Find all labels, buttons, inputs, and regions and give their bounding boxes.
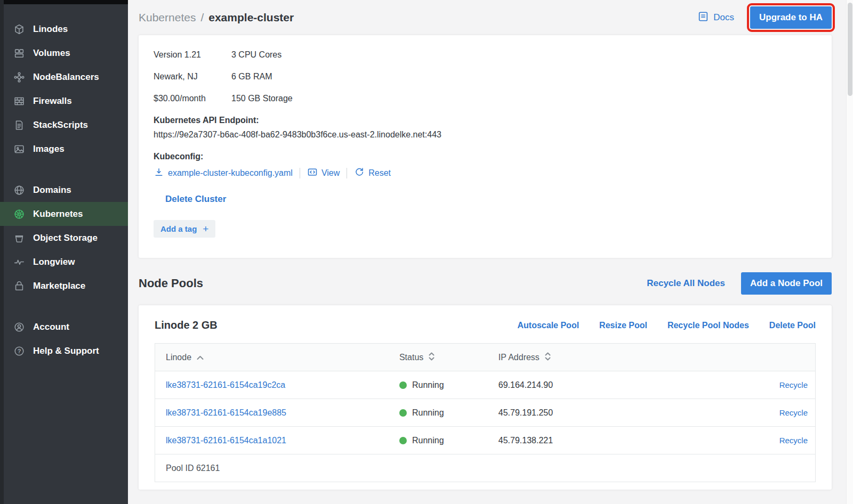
sidebar-item-label: Firewalls (33, 96, 72, 107)
column-header-status: Status (399, 353, 423, 362)
autoscale-pool-link[interactable]: Autoscale Pool (518, 321, 580, 330)
breadcrumb-kubernetes-link[interactable]: Kubernetes (139, 11, 196, 24)
node-link[interactable]: lke38731-62161-6154ca19c2ca (166, 380, 399, 390)
sort-by-ip[interactable]: IP Address (498, 352, 664, 363)
sidebar-item-domains[interactable]: Domains (0, 178, 128, 202)
status-cell: Running (399, 380, 498, 390)
stackscripts-icon (13, 119, 25, 131)
recycle-node-link[interactable]: Recycle (779, 408, 808, 417)
cluster-specs: Version 1.21 3 CPU Cores Newark, NJ 6 GB… (154, 50, 293, 103)
recycle-all-nodes-link[interactable]: Recycle All Nodes (647, 278, 725, 289)
node-row: lke38731-62161-6154ca19e885 Running 45.7… (155, 399, 816, 427)
longview-icon (13, 256, 25, 268)
status-dot-running (399, 409, 407, 417)
api-endpoint-label: Kubernetes API Endpoint: (154, 116, 817, 125)
delete-cluster-button[interactable]: Delete Cluster (165, 194, 226, 205)
cluster-region: Newark, NJ (154, 72, 231, 82)
kubeconfig-label: Kubeconfig: (154, 152, 817, 161)
sidebar-item-label: NodeBalancers (33, 72, 99, 83)
api-endpoint-url: https://9e2a7307-b6ac-408f-ba62-9483b0b3… (154, 130, 817, 140)
marketplace-icon (13, 280, 25, 292)
sidebar-item-label: Object Storage (33, 233, 98, 243)
reset-label: Reset (368, 168, 391, 178)
add-tag-button[interactable]: Add a tag + (154, 220, 215, 238)
header-actions: Docs Upgrade to HA (697, 6, 832, 29)
sidebar-item-marketplace[interactable]: Marketplace (0, 274, 128, 298)
docs-link[interactable]: Docs (697, 11, 734, 25)
sidebar-item-linodes[interactable]: Linodes (0, 17, 128, 41)
pool-footer-row: Pool ID 62161 (155, 454, 816, 482)
status-cell: Running (399, 408, 498, 418)
sidebar-item-stackscripts[interactable]: StackScripts (0, 113, 128, 137)
column-header-ip: IP Address (498, 353, 540, 362)
main-content: Kubernetes / example-cluster Docs Upgrad… (128, 0, 853, 504)
sidebar-item-volumes[interactable]: Volumes (0, 41, 128, 65)
sidebar-item-longview[interactable]: Longview (0, 250, 128, 274)
docs-label: Docs (713, 12, 734, 23)
breadcrumb-separator: / (200, 11, 204, 24)
docs-icon (697, 11, 709, 25)
status-dot-running (399, 437, 407, 444)
chevron-up-down-icon (428, 352, 435, 363)
node-ip: 45.79.191.250 (498, 399, 664, 427)
kubeconfig-block: Kubeconfig: example-cluster-kubeconfig.y… (154, 152, 817, 180)
pool-id: Pool ID 62161 (155, 454, 816, 482)
sidebar-item-firewalls[interactable]: Firewalls (0, 89, 128, 113)
node-pools-header: Node Pools Recycle All Nodes Add a Node … (139, 272, 832, 295)
view-label: View (321, 168, 340, 178)
add-node-pool-button[interactable]: Add a Node Pool (741, 272, 832, 295)
breadcrumb: Kubernetes / example-cluster (139, 11, 294, 24)
status-label: Running (412, 380, 444, 390)
node-pool-card: Linode 2 GB Autoscale Pool Resize Pool R… (139, 305, 832, 490)
reset-kubeconfig-link[interactable]: Reset (354, 167, 391, 180)
recycle-node-link[interactable]: Recycle (779, 436, 808, 445)
sidebar-item-help-support[interactable]: ? Help & Support (0, 339, 128, 363)
sidebar-item-nodebalancers[interactable]: NodeBalancers (0, 65, 128, 89)
cluster-version: Version 1.21 (154, 50, 231, 60)
node-link[interactable]: lke38731-62161-6154ca1a1021 (166, 436, 399, 445)
object-storage-icon (13, 232, 25, 244)
download-kubeconfig-link[interactable]: example-cluster-kubeconfig.yaml (154, 167, 293, 180)
sidebar-item-label: Images (33, 144, 65, 155)
help-icon: ? (13, 345, 25, 357)
tags-section: Add a tag + (154, 220, 817, 238)
sidebar: Linodes Volumes NodeBalancers Firewalls … (0, 0, 128, 504)
scrollbar-track[interactable] (846, 0, 853, 504)
domains-icon (13, 184, 25, 196)
chevron-up-down-icon (544, 352, 551, 363)
cluster-cpu: 3 CPU Cores (231, 50, 293, 60)
page-title-cluster-name: example-cluster (208, 11, 294, 24)
node-pools-title: Node Pools (139, 277, 203, 290)
resize-pool-link[interactable]: Resize Pool (599, 321, 647, 330)
node-link[interactable]: lke38731-62161-6154ca19e885 (166, 408, 399, 418)
sidebar-nav: Linodes Volumes NodeBalancers Firewalls … (0, 17, 128, 363)
sidebar-item-label: Marketplace (33, 281, 85, 291)
nodes-table: Linode Status IP Address (155, 343, 816, 482)
recycle-pool-nodes-link[interactable]: Recycle Pool Nodes (667, 321, 749, 330)
scrollbar-thumb[interactable] (848, 3, 852, 96)
recycle-node-link[interactable]: Recycle (779, 380, 808, 389)
delete-pool-link[interactable]: Delete Pool (769, 321, 816, 330)
download-icon (154, 167, 164, 180)
sidebar-item-account[interactable]: Account (0, 315, 128, 339)
sort-by-linode[interactable]: Linode (166, 353, 399, 362)
kubernetes-icon (13, 208, 25, 220)
images-icon (13, 143, 25, 155)
view-kubeconfig-link[interactable]: View (307, 167, 340, 180)
column-header-linode: Linode (166, 353, 191, 362)
sidebar-item-kubernetes[interactable]: Kubernetes (0, 202, 128, 226)
cluster-summary-card: Version 1.21 3 CPU Cores Newark, NJ 6 GB… (139, 35, 832, 258)
kubeconfig-actions: example-cluster-kubeconfig.yaml View Res… (154, 167, 817, 180)
refresh-icon (354, 167, 365, 180)
sidebar-item-object-storage[interactable]: Object Storage (0, 226, 128, 250)
node-row: lke38731-62161-6154ca19c2ca Running 69.1… (155, 371, 816, 399)
divider (300, 168, 300, 178)
sidebar-item-images[interactable]: Images (0, 137, 128, 161)
sidebar-item-label: Kubernetes (33, 209, 83, 220)
chevron-up-icon (196, 353, 204, 362)
status-dot-running (399, 381, 407, 389)
firewalls-icon (13, 95, 25, 107)
cluster-ram: 6 GB RAM (231, 72, 293, 82)
upgrade-to-ha-button[interactable]: Upgrade to HA (750, 6, 832, 29)
sort-by-status[interactable]: Status (399, 352, 498, 363)
